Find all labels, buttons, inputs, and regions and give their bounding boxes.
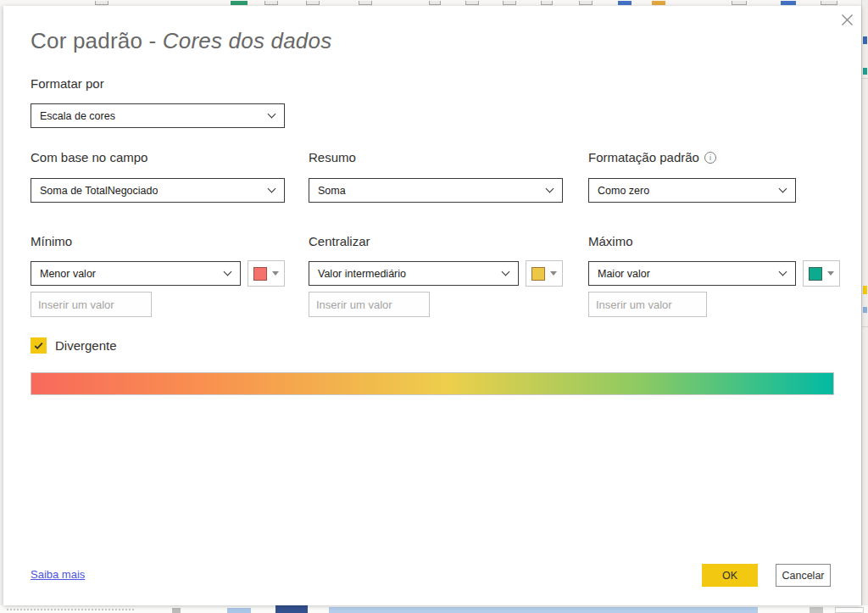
canvas-dash-fragment <box>7 609 134 610</box>
dialog-title-italic: Cores dos dados <box>163 28 332 53</box>
ribbon-icon-fragment <box>306 1 320 5</box>
minimum-value-input[interactable] <box>31 292 152 317</box>
pane-text-fragment <box>863 36 867 44</box>
default-formatting-value: Como zero <box>598 185 649 197</box>
chevron-down-icon <box>224 268 232 276</box>
pane-swatch-fragment <box>863 286 867 294</box>
screen: Cor padrão - Cores dos dados Formatar po… <box>0 0 868 613</box>
ribbon-icon-fragment <box>359 1 372 5</box>
center-color-swatch[interactable] <box>526 260 563 287</box>
based-on-field-value: Soma de TotalNegociado <box>40 185 158 197</box>
chevron-down-icon <box>268 110 276 119</box>
center-dropdown[interactable]: Valor intermediário <box>309 261 519 286</box>
caret-down-icon <box>272 271 279 276</box>
dialog-title-regular: Cor padrão - <box>31 28 163 53</box>
chevron-down-icon <box>268 185 276 193</box>
ribbon-icon-fragment <box>465 1 479 5</box>
pane-text-fragment <box>863 68 867 75</box>
default-formatting-label-text: Formatação padrão <box>588 150 699 164</box>
canvas-fragment <box>835 607 864 613</box>
caret-down-icon <box>827 271 834 276</box>
ok-button[interactable]: OK <box>702 564 758 587</box>
close-button[interactable] <box>837 10 856 29</box>
visual-header-fragment <box>172 608 181 613</box>
background-ribbon-strip <box>0 0 868 6</box>
info-icon[interactable]: i <box>704 152 716 164</box>
divergente-checkbox[interactable] <box>31 337 47 354</box>
maximum-color-swatch[interactable] <box>803 260 840 287</box>
maximum-value: Maior valor <box>598 268 650 280</box>
format-by-value: Escala de cores <box>40 110 115 122</box>
ribbon-icon-fragment <box>618 1 632 5</box>
ribbon-icon-fragment <box>541 1 553 5</box>
center-color-square <box>531 267 545 281</box>
chevron-down-icon <box>779 268 787 276</box>
color-gradient-preview <box>31 372 834 395</box>
center-label: Centralizar <box>309 234 370 248</box>
pane-divider-fragment <box>862 78 868 79</box>
conditional-formatting-dialog: Cor padrão - Cores dos dados Formatar po… <box>3 6 861 605</box>
background-right-strip <box>861 0 868 613</box>
based-on-field-label: Com base no campo <box>31 150 147 164</box>
default-formatting-dropdown[interactable]: Como zero <box>588 178 796 203</box>
minimum-label: Mínimo <box>31 234 72 248</box>
chevron-down-icon <box>502 268 510 276</box>
divergente-label: Divergente <box>55 338 117 353</box>
maximum-label: Máximo <box>588 234 633 248</box>
diverging-row: Divergente <box>31 337 117 354</box>
format-by-dropdown[interactable]: Escala de cores <box>31 103 285 128</box>
ribbon-icon-fragment <box>231 1 248 5</box>
maximum-color-square <box>809 267 822 281</box>
format-by-label: Formatar por <box>31 76 104 91</box>
center-value-input[interactable] <box>309 292 430 317</box>
chevron-down-icon <box>779 185 787 193</box>
close-icon <box>841 14 854 26</box>
ribbon-icon-fragment <box>503 1 516 5</box>
based-on-field-dropdown[interactable]: Soma de TotalNegociado <box>31 178 285 203</box>
maximum-dropdown[interactable]: Maior valor <box>588 261 796 286</box>
visual-header-fragment <box>227 608 251 613</box>
ribbon-icon-fragment <box>821 1 837 5</box>
scrollbar-fragment <box>329 607 758 613</box>
ribbon-icon-fragment <box>652 1 665 5</box>
ribbon-icon-fragment <box>781 1 796 5</box>
summarization-dropdown[interactable]: Soma <box>309 178 563 203</box>
chevron-down-icon <box>546 185 554 193</box>
summarization-label: Resumo <box>309 150 356 164</box>
background-bottom-strip <box>0 605 868 613</box>
default-formatting-label: Formatação padrão i <box>588 150 716 164</box>
pane-icon-fragment <box>863 307 867 313</box>
minimum-color-square <box>253 267 267 281</box>
caret-down-icon <box>550 271 557 276</box>
center-value: Valor intermediário <box>318 268 406 280</box>
check-icon <box>33 340 44 351</box>
learn-more-link[interactable]: Saiba mais <box>31 568 85 581</box>
cancel-button[interactable]: Cancelar <box>776 564 831 587</box>
ribbon-icon-fragment <box>429 1 441 5</box>
ribbon-icon-fragment <box>579 1 593 5</box>
ribbon-icon-fragment <box>95 1 108 5</box>
summarization-value: Soma <box>318 185 346 197</box>
ribbon-icon-fragment <box>732 1 747 5</box>
minimum-color-swatch[interactable] <box>248 260 285 287</box>
pane-divider-fragment <box>862 326 868 327</box>
maximum-value-input[interactable] <box>588 292 707 317</box>
dialog-title: Cor padrão - Cores dos dados <box>31 28 331 54</box>
minimum-dropdown[interactable]: Menor valor <box>31 261 241 286</box>
table-header-fragment <box>275 605 308 613</box>
minimum-value: Menor valor <box>40 268 96 280</box>
canvas-fragment <box>810 607 823 613</box>
ribbon-icon-fragment <box>264 1 278 5</box>
